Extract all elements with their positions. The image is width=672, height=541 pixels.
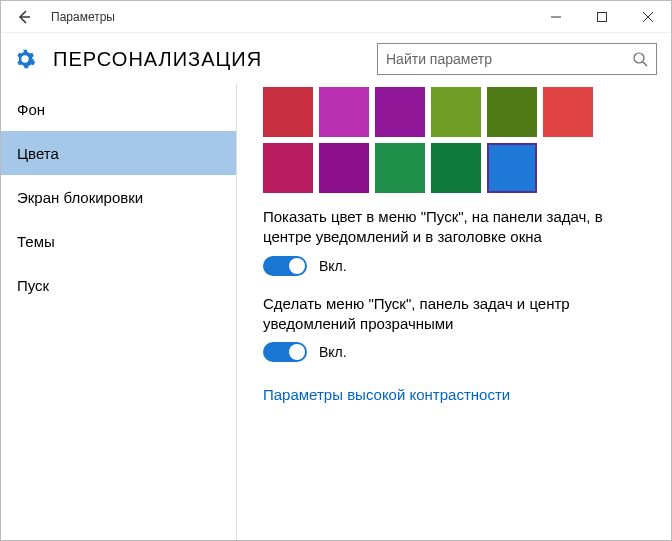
- color-swatch[interactable]: [375, 143, 425, 193]
- search-placeholder: Найти параметр: [386, 51, 632, 67]
- toggle-row: Вкл.: [263, 342, 651, 362]
- arrow-left-icon: [16, 9, 32, 25]
- window-title: Параметры: [47, 10, 533, 24]
- color-swatch[interactable]: [263, 87, 313, 137]
- toggle-show-color[interactable]: [263, 256, 307, 276]
- back-button[interactable]: [1, 9, 47, 25]
- search-icon: [632, 51, 648, 67]
- color-swatch[interactable]: [319, 143, 369, 193]
- close-icon: [643, 12, 653, 22]
- color-swatch[interactable]: [487, 87, 537, 137]
- toggle-transparency[interactable]: [263, 342, 307, 362]
- sidebar-item-lockscreen[interactable]: Экран блокировки: [1, 175, 236, 219]
- sidebar-item-themes[interactable]: Темы: [1, 219, 236, 263]
- close-button[interactable]: [625, 1, 671, 33]
- svg-point-4: [634, 53, 644, 63]
- color-swatch-selected[interactable]: [487, 143, 537, 193]
- gear-icon: [9, 43, 41, 75]
- setting-label: Сделать меню "Пуск", панель задач и цент…: [263, 294, 651, 335]
- toggle-state-label: Вкл.: [319, 344, 347, 360]
- maximize-icon: [597, 12, 607, 22]
- body: Фон Цвета Экран блокировки Темы Пуск Пок…: [1, 83, 671, 540]
- svg-rect-1: [598, 12, 607, 21]
- minimize-button[interactable]: [533, 1, 579, 33]
- search-input[interactable]: Найти параметр: [377, 43, 657, 75]
- minimize-icon: [551, 12, 561, 22]
- sidebar-item-start[interactable]: Пуск: [1, 263, 236, 307]
- color-swatch[interactable]: [543, 87, 593, 137]
- svg-line-5: [643, 62, 647, 66]
- header: ПЕРСОНАЛИЗАЦИЯ Найти параметр: [1, 33, 671, 83]
- color-swatch[interactable]: [263, 143, 313, 193]
- high-contrast-link[interactable]: Параметры высокой контрастности: [263, 386, 510, 403]
- color-swatch[interactable]: [431, 87, 481, 137]
- color-swatch[interactable]: [431, 143, 481, 193]
- titlebar: Параметры: [1, 1, 671, 33]
- color-palette: [263, 87, 595, 193]
- color-swatch[interactable]: [375, 87, 425, 137]
- color-swatch[interactable]: [319, 87, 369, 137]
- content: Показать цвет в меню "Пуск", на панели з…: [237, 83, 671, 540]
- toggle-row: Вкл.: [263, 256, 651, 276]
- page-title: ПЕРСОНАЛИЗАЦИЯ: [53, 48, 365, 71]
- sidebar-item-colors[interactable]: Цвета: [1, 131, 236, 175]
- toggle-state-label: Вкл.: [319, 258, 347, 274]
- sidebar-item-background[interactable]: Фон: [1, 87, 236, 131]
- sidebar: Фон Цвета Экран блокировки Темы Пуск: [1, 83, 237, 540]
- maximize-button[interactable]: [579, 1, 625, 33]
- setting-label: Показать цвет в меню "Пуск", на панели з…: [263, 207, 651, 248]
